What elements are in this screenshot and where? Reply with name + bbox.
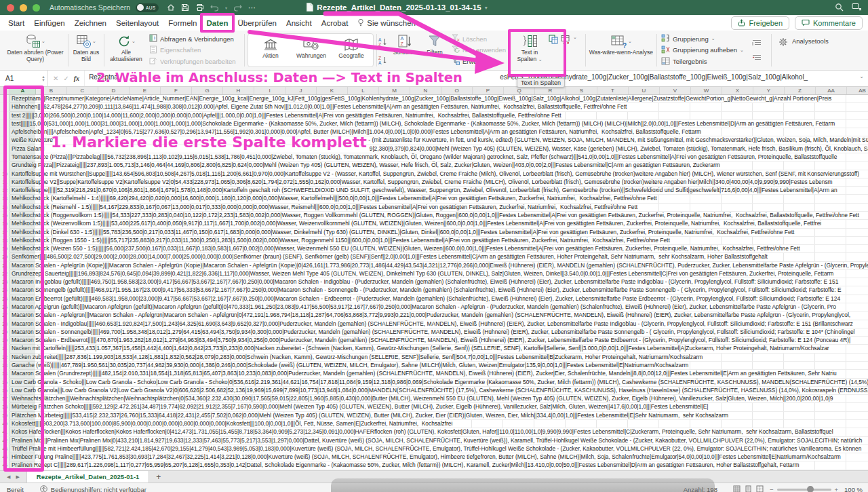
- row-number[interactable]: 3: [0, 112, 10, 119]
- column-header[interactable]: Q: [504, 87, 535, 94]
- row-number[interactable]: 7: [0, 145, 10, 153]
- table-row[interactable]: 42 Pralinen Mix|||Pralinen Mix|Pralinen …: [0, 437, 868, 445]
- table-row[interactable]: 41 Kokos Haferflocken|||Kokos Haferflock…: [0, 428, 868, 436]
- get-data-button[interactable]: ⌄ Daten abrufen (Power Query): [4, 31, 66, 70]
- formula-bar-expand-icon[interactable]: ⌄: [859, 73, 864, 79]
- insert-function-icon[interactable]: fx: [74, 75, 79, 82]
- table-row[interactable]: 17 Mehlkochstück (Dinkel 630 - 1:5)|||||…: [0, 229, 868, 237]
- column-header[interactable]: AA: [816, 87, 847, 94]
- column-header[interactable]: U: [629, 87, 660, 94]
- tab-zeichnen[interactable]: Zeichnen: [75, 15, 106, 31]
- table-row[interactable]: 13 Mehlkochstück (Kartoffelmehl - 1:4)||…: [0, 195, 868, 203]
- column-header[interactable]: K: [317, 87, 348, 94]
- table-row[interactable]: 25 Macaron Erdbeerrot (gefüllt)||||||469…: [0, 295, 868, 303]
- row-number[interactable]: 11: [0, 178, 10, 186]
- column-header[interactable]: Y: [753, 87, 785, 94]
- table-row[interactable]: 36 Low Carb Granola|||Low Carb Granola V…: [0, 387, 868, 395]
- zoom-in-icon[interactable]: +: [835, 486, 839, 492]
- table-row[interactable]: 12 Kartoffelsuppe||||||52,319|218,291|0,…: [0, 187, 868, 195]
- title-chevron-icon[interactable]: ▾: [485, 5, 488, 11]
- table-row[interactable]: 18 Mehlkochstück (Roggen 1550 - 1:5)||||…: [0, 237, 868, 245]
- column-header[interactable]: D: [98, 87, 130, 94]
- column-header[interactable]: P: [473, 87, 504, 94]
- row-number[interactable]: 10: [0, 170, 10, 178]
- table-row[interactable]: 4 test||||||15,000|531,000|1,000|1,000|3…: [0, 120, 868, 128]
- normal-view-icon[interactable]: [733, 485, 741, 492]
- row-number[interactable]: 27: [0, 311, 10, 319]
- home-icon[interactable]: [167, 3, 175, 12]
- tab-formeln[interactable]: Formeln: [168, 15, 197, 31]
- table-row[interactable]: 14 Mehlkochstück (Reismehl - 1:5)||||||5…: [0, 204, 868, 212]
- row-number[interactable]: 18: [0, 237, 10, 244]
- table-row[interactable]: 6 weiße Kuvertüre: [0, 136, 868, 145]
- name-box-stepper[interactable]: ▲▼: [39, 75, 47, 82]
- row-number[interactable]: 4: [0, 120, 10, 128]
- table-row[interactable]: 44 Himbeer Füllung Praline||||||423,775|…: [0, 453, 868, 461]
- table-row[interactable]: 45 Pralinen Rezept C||||||289,617|1.226,…: [0, 461, 868, 470]
- accessibility-status[interactable]: Bedienungshilfen: nicht verfügbar: [40, 485, 146, 492]
- row-number[interactable]: 21: [0, 262, 10, 269]
- zoom-thumb[interactable]: [807, 486, 814, 492]
- table-row[interactable]: 10 Kartoffelsuppe mit Würstchen||Suppe||…: [0, 170, 868, 178]
- tab-acrobat[interactable]: Acrobat: [321, 15, 349, 31]
- row-number[interactable]: 22: [0, 270, 10, 278]
- sheet-tab-active[interactable]: Rezepte_Artikel_Daten_2025-01-1: [26, 471, 150, 482]
- minimize-window-button[interactable]: [20, 4, 27, 12]
- row-number[interactable]: 9: [0, 162, 10, 169]
- row-number[interactable]: 33: [0, 362, 10, 369]
- zoom-slider[interactable]: − +: [770, 486, 838, 492]
- row-number[interactable]: 24: [0, 286, 10, 294]
- row-number[interactable]: 43: [0, 445, 10, 453]
- table-row[interactable]: 22 Grundrezept Sauerteig||||||196,893|82…: [0, 270, 868, 278]
- comments-button[interactable]: Kommentare: [795, 16, 863, 30]
- row-number[interactable]: 13: [0, 195, 10, 202]
- sheet-nav-left-icon[interactable]: ◀: [7, 474, 10, 480]
- table-row[interactable]: 31 Nacken mit Kartoffeln||||||253,433|1.…: [0, 345, 868, 353]
- properties-button[interactable]: Eigenschaften: [149, 45, 240, 55]
- table-row[interactable]: 16 Mehlkochstück (Weizenvollkorn 1:5)|||…: [0, 220, 868, 228]
- column-header[interactable]: S: [566, 87, 597, 94]
- column-header[interactable]: O: [441, 87, 473, 94]
- table-row[interactable]: 40 Kokosfett|||||903,200|3.713,600|100,0…: [0, 420, 868, 428]
- row-number[interactable]: 5: [0, 128, 10, 136]
- page-break-view-icon[interactable]: [756, 485, 764, 492]
- undo-icon[interactable]: [210, 3, 219, 12]
- tab-daten[interactable]: Daten: [207, 13, 229, 33]
- column-header[interactable]: E: [130, 87, 161, 94]
- row-number[interactable]: 1: [0, 95, 10, 102]
- zoom-window-button[interactable]: [33, 4, 40, 12]
- tab-start[interactable]: Start: [8, 15, 24, 31]
- row-number[interactable]: 30: [0, 337, 10, 344]
- zoom-level[interactable]: 100 %: [844, 486, 863, 492]
- column-header[interactable]: R: [535, 87, 566, 94]
- clear-filter-button[interactable]: Löschen: [452, 34, 505, 43]
- row-number[interactable]: 15: [0, 212, 10, 219]
- currencies-button[interactable]: Währungen: [290, 34, 332, 67]
- table-row[interactable]: 30 Macaron Schalen - Erdbeerrot||||||470…: [0, 337, 868, 345]
- column-header[interactable]: L: [348, 87, 379, 94]
- column-header[interactable]: B: [36, 87, 67, 94]
- row-number[interactable]: 44: [0, 453, 10, 461]
- table-row[interactable]: 39 Plätzchen Mürbeteig||||||533,415|2.23…: [0, 412, 868, 420]
- row-number[interactable]: 6: [0, 136, 10, 144]
- table-row[interactable]: 32 Nacken zubereitet||||||287,836|1.199,…: [0, 354, 868, 362]
- sheet-nav-right-icon[interactable]: ▶: [16, 474, 19, 480]
- column-header-a[interactable]: A: [10, 87, 36, 94]
- table-row[interactable]: 26 Macaron Apfelgrün (gefüllt)|||Macaron…: [0, 303, 868, 311]
- table-row[interactable]: 24 Macaron Sonnengelb (gefüllt)||||||468…: [0, 286, 868, 295]
- table-row[interactable]: 23 Macaron Indigoblau (gefüllt)||||||469…: [0, 278, 868, 286]
- row-number[interactable]: 41: [0, 428, 10, 436]
- row-number[interactable]: 32: [0, 354, 10, 361]
- share-screen-icon[interactable]: [852, 3, 861, 12]
- column-header[interactable]: M: [379, 87, 410, 94]
- geography-button[interactable]: Geografie: [332, 34, 370, 67]
- page-layout-view-icon[interactable]: [745, 485, 752, 492]
- row-number[interactable]: 26: [0, 303, 10, 311]
- autosave-toggle[interactable]: AUS: [136, 3, 159, 12]
- column-header[interactable]: X: [722, 87, 753, 94]
- table-row[interactable]: 7 Pizza Salami: [0, 145, 868, 153]
- column-header[interactable]: F: [161, 87, 192, 94]
- table-row[interactable]: 27 Macaron Schalen - Apfelgrün|||Macaron…: [0, 311, 868, 320]
- table-row[interactable]: 5 Apfelscheiben||||Apfelscheiben|Apfel_1…: [0, 128, 868, 136]
- queries-connections-button[interactable]: Abfragen & Verbindungen: [149, 34, 240, 43]
